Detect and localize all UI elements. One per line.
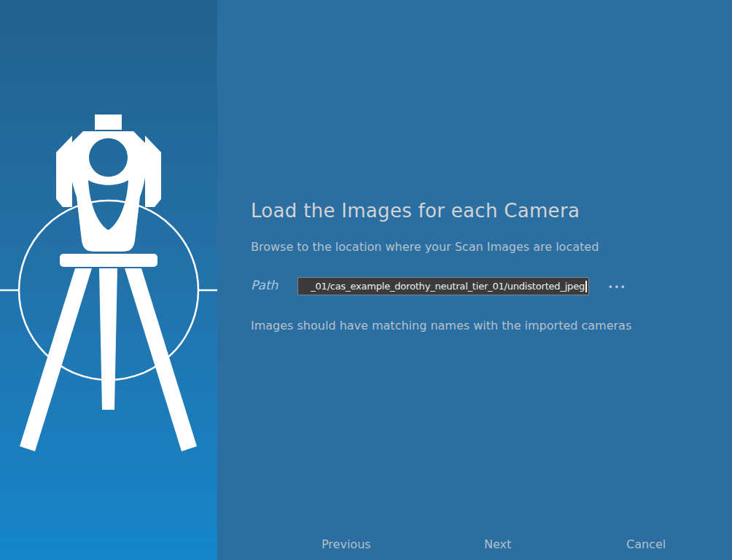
text-caret-icon <box>585 281 587 292</box>
path-input-value: _01/cas_example_dorothy_neutral_tier_01/… <box>311 281 585 292</box>
wizard-side-panel <box>0 0 217 560</box>
browse-ellipsis-button[interactable]: ... <box>605 276 629 292</box>
previous-button[interactable]: Previous <box>319 536 374 553</box>
total-station-scanner-icon <box>0 0 217 560</box>
cancel-button[interactable]: Cancel <box>623 536 669 553</box>
subtitle-text: Browse to the location where your Scan I… <box>251 240 599 254</box>
next-button[interactable]: Next <box>481 536 514 553</box>
info-text: Images should have matching names with t… <box>251 319 631 332</box>
path-input[interactable]: _01/cas_example_dorothy_neutral_tier_01/… <box>297 277 589 295</box>
import-wizard-window: Load the Images for each Camera Browse t… <box>0 0 732 560</box>
path-label: Path <box>251 278 278 292</box>
page-title: Load the Images for each Camera <box>251 200 580 222</box>
